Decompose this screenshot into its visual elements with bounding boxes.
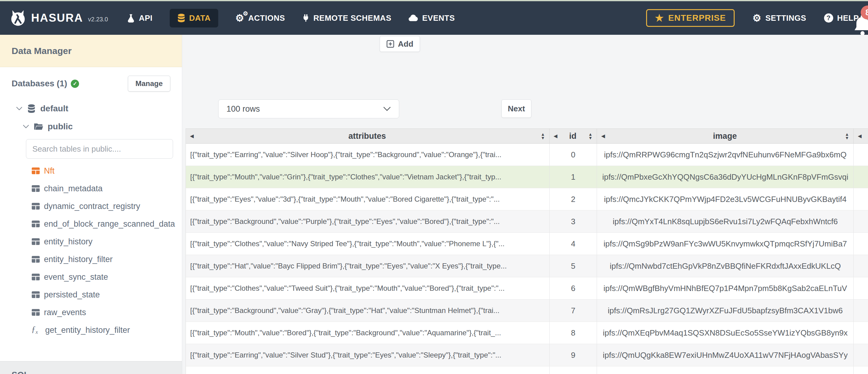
cell-attributes: [{"trait_type":" — [186, 366, 550, 374]
table-icon — [31, 184, 40, 193]
table-row: [{"trait_type":"Clothes","value":"Navy S… — [186, 233, 868, 255]
databases-label: Databases (1) — [11, 79, 67, 89]
cell-extra — [854, 255, 868, 277]
cell-extra — [854, 166, 868, 188]
column-move-left-icon[interactable]: ◀ — [858, 133, 862, 139]
table-row: [{"trait_type":"Background","value":"Gra… — [186, 300, 868, 322]
nav-item-api[interactable]: API — [127, 13, 153, 23]
cell-image: ipfs://QmSg9bPzW9anFYc3wWU5KnvymwkxQTpmq… — [597, 233, 854, 255]
sidebar-function-item[interactable]: ƒx get_entity_history_filter — [31, 325, 182, 335]
sidebar-table-item[interactable]: event_sync_state — [31, 272, 182, 282]
cell-image: ipfs://QmPbxeGcXhYQQNgsC6a36dDyYUcHgMLnG… — [597, 166, 854, 188]
sql-link[interactable]: SQL — [11, 370, 29, 374]
sort-icon[interactable]: ▲▼ — [845, 132, 849, 140]
table-row: [{"trait_type":"Earring","value":"Silver… — [186, 144, 868, 166]
connected-check-icon: ✓ — [71, 80, 79, 88]
table-icon — [31, 308, 40, 317]
databases-row: Databases (1) ✓ Manage — [11, 75, 170, 92]
main-nav: API DATA ⚙⚙ ACTIONS REMOTE SCHEMAS — [127, 9, 455, 27]
database-icon — [27, 104, 36, 113]
gears-icon: ⚙⚙ — [235, 13, 244, 23]
manage-button[interactable]: Manage — [128, 76, 170, 92]
table-icon — [31, 166, 40, 175]
cloud-icon — [408, 14, 418, 22]
cell-extra — [854, 144, 868, 166]
nav-item-events[interactable]: EVENTS — [408, 13, 455, 23]
cell-image: ipfs://QmUQgKka8EW7exiUHnMwZ4UoXA11wV7NF… — [597, 344, 854, 366]
cell-image: ipfs://QmNwbd7ctEhGpVkP8nZvBBQfiNeFKRdxf… — [597, 255, 854, 277]
database-icon — [177, 13, 185, 23]
sidebar-table-item[interactable]: chain_metadata — [31, 184, 182, 193]
cell-extra — [854, 188, 868, 210]
enterprise-button[interactable]: ★ ENTERPRISE — [646, 9, 735, 27]
sort-icon[interactable]: ▲▼ — [588, 132, 593, 140]
cell-attributes: [{"trait_type":"Earring","value":"Silver… — [186, 344, 550, 366]
cell-id: 6 — [550, 277, 597, 299]
table-row: [{"trait_type":"Hat","value":"Bayc Flipp… — [186, 255, 868, 277]
schema-name: public — [48, 122, 73, 131]
sidebar-table-item-nft[interactable]: Nft — [31, 166, 182, 176]
table-icon — [31, 290, 40, 299]
table-row: [{"trait_type":"10 — [186, 366, 868, 374]
sort-icon[interactable]: ▲▼ — [541, 132, 545, 140]
cell-image: ipfs://QmRRPWG96cmgTn2qSzjwr2qvfNEuhunv6… — [597, 144, 854, 166]
cell-id: 2 — [550, 188, 597, 210]
add-row-button[interactable]: Add — [380, 36, 420, 52]
cell-attributes: [{"trait_type":"Eyes","value":"3d"},{"tr… — [186, 188, 550, 210]
cell-id: 7 — [550, 300, 597, 321]
table-row: [{"trait_type":"Clothes","value":"Tweed … — [186, 277, 868, 300]
chevron-down-icon[interactable] — [23, 124, 29, 129]
table-icon — [31, 202, 40, 211]
table-row: [{"trait_type":"Background","value":"Pur… — [186, 211, 868, 233]
chevron-down-icon — [383, 106, 391, 111]
version-label: v2.23.0 — [88, 16, 108, 23]
cell-id: 9 — [550, 344, 597, 366]
cell-attributes: [{"trait_type":"Mouth","value":"Grin"},{… — [186, 166, 550, 188]
sidebar: Data Manager Databases (1) ✓ Manage defa… — [0, 35, 182, 374]
cell-extra — [854, 277, 868, 299]
cell-id: 1 — [550, 166, 597, 188]
nav-item-remote-schemas[interactable]: REMOTE SCHEMAS — [302, 13, 391, 23]
tree-database-default[interactable]: default — [16, 104, 182, 114]
cell-image: ipfs://QmXEqPbvM4aq1SQSXN8DSuEcSo5SseYW1… — [597, 322, 854, 344]
table-row: [{"trait_type":"Mouth","value":"Bored"},… — [186, 322, 868, 344]
cell-image: ipfs://QmWBgfBhyVmHNhBfEQ7p1P4Mpn7pm5b8K… — [597, 277, 854, 299]
sidebar-table-item[interactable]: dynamic_contract_registry — [31, 201, 182, 211]
table-body: [{"trait_type":"Earring","value":"Silver… — [186, 144, 868, 374]
sidebar-table-item[interactable]: entity_history_filter — [31, 254, 182, 264]
question-icon: ? — [824, 13, 833, 23]
next-page-button[interactable]: Next — [501, 99, 531, 118]
cell-id: 4 — [550, 233, 597, 255]
plus-square-icon — [386, 40, 394, 48]
cell-attributes: [{"trait_type":"Mouth","value":"Bored"},… — [186, 322, 550, 344]
flask-icon — [127, 13, 135, 23]
tree-schema-public[interactable]: public — [23, 122, 182, 131]
cell-image — [597, 366, 854, 374]
cell-attributes: [{"trait_type":"Clothes","value":"Tweed … — [186, 277, 550, 299]
table-icon — [31, 220, 40, 228]
cell-attributes: [{"trait_type":"Earring","value":"Silver… — [186, 144, 550, 166]
search-input[interactable] — [26, 139, 173, 159]
cell-extra — [854, 233, 868, 255]
gear-icon: ⚙ — [752, 13, 761, 23]
hasura-logo-icon — [9, 9, 27, 27]
topbar: HASURA v2.23.0 API DATA ⚙⚙ ACTIONS — [0, 1, 868, 35]
cell-id: 8 — [550, 322, 597, 344]
table-icon — [31, 237, 40, 246]
nav-item-data[interactable]: DATA — [170, 9, 218, 27]
column-move-left-icon[interactable]: ◀ — [601, 133, 605, 139]
column-move-left-icon[interactable]: ◀ — [554, 133, 558, 139]
notifications-button[interactable]: 8 — [853, 13, 868, 36]
nav-item-actions[interactable]: ⚙⚙ ACTIONS — [235, 13, 285, 23]
sidebar-table-item[interactable]: entity_history — [31, 237, 182, 247]
column-move-left-icon[interactable]: ◀ — [190, 133, 194, 139]
folder-open-icon — [34, 123, 43, 131]
rows-per-page-select[interactable]: 100 rows — [218, 99, 399, 118]
sidebar-table-item[interactable]: end_of_block_range_scanned_data — [31, 219, 182, 229]
sidebar-table-item[interactable]: raw_events — [31, 308, 182, 317]
sidebar-table-item[interactable]: persisted_state — [31, 290, 182, 300]
settings-button[interactable]: ⚙ SETTINGS — [752, 13, 806, 23]
cell-extra — [854, 211, 868, 232]
chevron-down-icon[interactable] — [16, 106, 23, 111]
cell-attributes: [{"trait_type":"Background","value":"Pur… — [186, 211, 550, 232]
